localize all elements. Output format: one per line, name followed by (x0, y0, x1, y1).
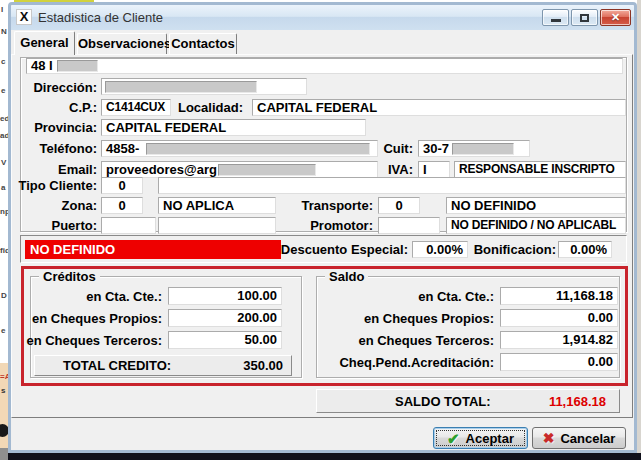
localidad-label: Localidad: (178, 101, 243, 115)
bg-text-fragment: s (1, 386, 5, 395)
redaction-box (452, 143, 514, 155)
saldo-row-label: en Cheques Propios: (364, 312, 494, 326)
bonificacion-field[interactable]: 0.00% (558, 241, 612, 258)
creditos-cta-cte-field[interactable]: 100.00 (168, 287, 282, 305)
creditos-row-label: en Cta. Cte.: (86, 290, 162, 304)
redaction-box (57, 60, 98, 72)
tipo-cliente-value-field[interactable]: 0 (101, 177, 143, 194)
direccion-label: Dirección: (33, 81, 97, 95)
window-title: Estadistica de Cliente (38, 10, 163, 25)
saldo-cheques-terceros-field[interactable]: 1,914.82 (500, 331, 618, 349)
promotor-desc-field[interactable]: NO DEFINIDO / NO APLICABL (446, 217, 626, 234)
aceptar-button-label: Aceptar (466, 431, 514, 446)
close-button[interactable]: ✕ (600, 9, 631, 26)
bg-text-fragment: e (1, 326, 5, 335)
bg-text-fragment: c (1, 57, 5, 66)
bg-text-fragment: N (1, 27, 7, 36)
minimize-icon (551, 19, 561, 22)
provincia-field[interactable]: CAPITAL FEDERAL (101, 119, 366, 136)
maximize-button[interactable] (571, 9, 598, 26)
puerto-desc-field[interactable] (158, 217, 276, 234)
cp-field[interactable]: C1414CUX (101, 99, 171, 116)
cp-label: C.P.: (69, 101, 97, 115)
client-code-field[interactable]: 48 I (26, 58, 623, 74)
tab-observaciones[interactable]: Observaciones (77, 33, 167, 54)
tipo-cliente-desc-field[interactable] (158, 177, 626, 194)
cuit-label: Cuit: (383, 142, 413, 156)
descuento-label: Descuento Especial: (281, 243, 408, 257)
tipo-cliente-label: Tipo Cliente: (19, 179, 97, 193)
descuento-field[interactable]: 0.00% (412, 241, 468, 258)
tab-contactos[interactable]: Contactos (169, 33, 237, 54)
saldo-cheq-pend-field[interactable]: 0.00 (500, 353, 618, 371)
redaction-box (218, 164, 316, 176)
total-credito-value: 350.00 (243, 358, 283, 373)
tab-general[interactable]: General (14, 31, 75, 55)
cancelar-button[interactable]: ✖ Cancelar (532, 427, 626, 449)
telefono-label: Teléfono: (39, 142, 97, 156)
saldo-row-label: en Cta. Cte.: (418, 290, 494, 304)
bg-text-fragment: I (1, 5, 3, 14)
total-credito-panel: TOTAL CREDITO: 350.00 (34, 355, 292, 376)
creditos-title: Créditos (39, 269, 100, 284)
iva-code-field[interactable]: I (418, 161, 450, 178)
minimize-button[interactable] (542, 9, 569, 26)
creditos-row-label: en Cheques Terceros: (26, 334, 162, 348)
email-label: Email: (58, 163, 97, 177)
transporte-value-field[interactable]: 0 (378, 197, 420, 214)
bg-text-fragment: a (1, 183, 5, 192)
saldo-cheques-propios-field[interactable]: 0.00 (500, 309, 618, 327)
check-icon: ✔ (447, 431, 460, 446)
creditos-cheques-propios-field[interactable]: 200.00 (168, 309, 282, 327)
puerto-label: Puerto: (52, 219, 98, 233)
x-icon: ✖ (543, 431, 555, 445)
zona-value-field[interactable]: 0 (101, 197, 143, 214)
saldo-total-panel: SALDO TOTAL: 11,168.18 (316, 389, 620, 413)
iva-label: IVA: (388, 163, 413, 177)
transporte-desc-field[interactable]: NO DEFINIDO (446, 197, 626, 214)
bg-text-fragment: e (1, 86, 5, 95)
puerto-value-field[interactable] (101, 217, 156, 234)
saldo-cta-cte-field[interactable]: 11,168.18 (500, 287, 618, 305)
app-icon[interactable]: X (16, 9, 32, 25)
zona-label: Zona: (62, 199, 97, 213)
zona-desc-field[interactable]: NO APLICA (158, 197, 276, 214)
redaction-box (105, 81, 257, 93)
creditos-row-label: en Cheques Propios: (32, 312, 162, 326)
saldo-title: Saldo (325, 269, 368, 284)
promotor-value-field[interactable] (378, 217, 440, 234)
redaction-box (146, 143, 370, 155)
cancelar-button-label: Cancelar (560, 431, 615, 446)
creditos-cheques-terceros-field[interactable]: 50.00 (168, 331, 282, 349)
background-window-bottom-strip (8, 453, 641, 460)
saldo-total-value: 11,168.18 (549, 394, 606, 409)
transporte-label: Transporte: (301, 199, 373, 213)
saldo-total-label: SALDO TOTAL: (395, 394, 491, 409)
provincia-label: Provincia: (34, 121, 97, 135)
screen: I N c e ed ad V a np fid D e =A s X Esta… (0, 0, 641, 460)
aceptar-button[interactable]: ✔ Aceptar (433, 427, 528, 449)
bg-text-fragment: V (1, 158, 6, 167)
background-window-right-strip (637, 0, 641, 460)
saldo-row-label: Cheq.Pend.Acreditación: (339, 356, 494, 370)
maximize-icon (580, 14, 589, 22)
total-credito-label: TOTAL CREDITO: (63, 358, 171, 373)
saldo-row-label: en Cheques Terceros: (358, 334, 494, 348)
promotor-label: Promotor: (310, 219, 373, 233)
status-banner: NO DEFINIDO (25, 240, 281, 259)
bonificacion-label: Bonificacion: (474, 243, 556, 257)
localidad-field[interactable]: CAPITAL FEDERAL (252, 99, 626, 116)
close-icon: ✕ (601, 11, 630, 24)
bg-text-fragment: D (1, 291, 7, 300)
iva-desc-field[interactable]: RESPONSABLE INSCRIPTO (454, 161, 626, 178)
